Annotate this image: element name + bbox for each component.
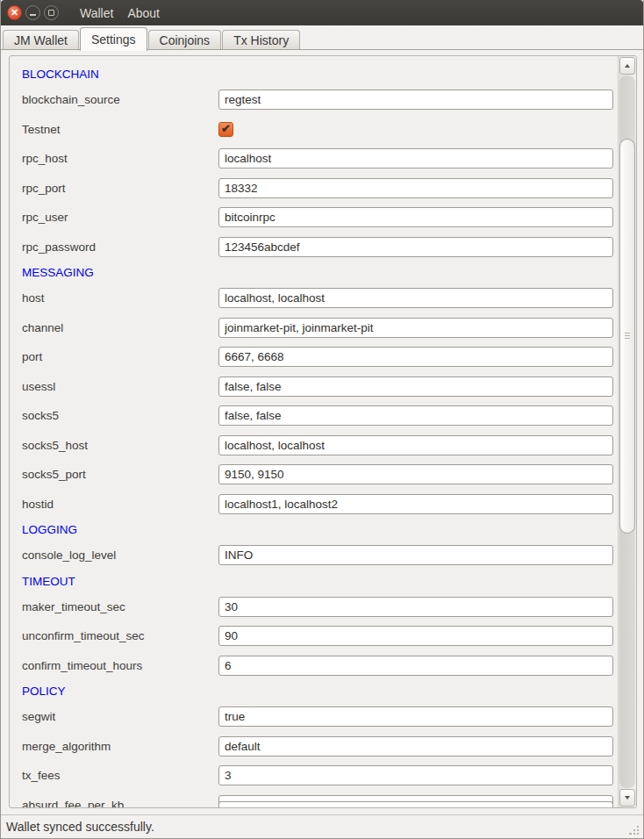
- settings-form: BLOCKCHAINblockchain_sourceTestnet✔rpc_h…: [10, 56, 618, 807]
- tab-settings[interactable]: Settings: [80, 27, 147, 51]
- field-label: socks5: [22, 409, 218, 422]
- field-row-socks5_host: socks5_host: [22, 431, 618, 461]
- settings-pane: BLOCKCHAINblockchain_sourceTestnet✔rpc_h…: [1, 50, 643, 814]
- scrollbar-thumb[interactable]: [619, 139, 635, 534]
- tx_fees-input[interactable]: [218, 765, 613, 785]
- field-label: unconfirm_timeout_sec: [22, 629, 218, 642]
- field-label: maker_timeout_sec: [22, 600, 218, 613]
- field-row-channel: channel: [22, 313, 618, 343]
- next-field-partial-input[interactable]: [218, 801, 613, 807]
- menu-about[interactable]: About: [120, 0, 167, 25]
- field-row-segwit: segwit: [22, 702, 618, 732]
- console_log_level-input[interactable]: [218, 545, 613, 565]
- field-label: absurd_fee_per_kb: [22, 799, 218, 807]
- confirm_timeout_hours-input[interactable]: [218, 656, 613, 676]
- scrollbar-track[interactable]: [619, 75, 635, 788]
- field-row-rpc_user: rpc_user: [22, 203, 618, 233]
- field-label: channel: [22, 321, 218, 334]
- titlebar: ✕ Wallet About: [1, 0, 643, 25]
- unconfirm_timeout_sec-input[interactable]: [218, 626, 613, 646]
- app-window: ✕ Wallet About JM Wallet Settings Coinjo…: [0, 0, 644, 839]
- field-label: usessl: [22, 380, 218, 393]
- field-row-rpc_password: rpc_password: [22, 233, 618, 262]
- field-row-blockchain_source: blockchain_source: [22, 85, 618, 115]
- field-row-tx_fees: tx_fees: [22, 761, 618, 791]
- status-bar: Wallet synced successfully.: [1, 814, 643, 838]
- close-icon: ✕: [11, 8, 18, 18]
- blockchain_source-input[interactable]: [218, 90, 613, 110]
- field-label: rpc_password: [22, 240, 218, 254]
- testnet-checkbox[interactable]: ✔: [218, 122, 233, 137]
- vertical-scrollbar: [618, 56, 636, 807]
- field-row-port: port: [22, 342, 618, 372]
- section-header-timeout: TIMEOUT: [22, 570, 618, 592]
- section-header-logging: LOGGING: [22, 519, 618, 541]
- minimize-button[interactable]: [25, 5, 40, 20]
- menu-wallet[interactable]: Wallet: [73, 0, 120, 25]
- rpc_host-input[interactable]: [218, 148, 613, 169]
- field-label: console_log_level: [22, 549, 218, 562]
- scroll-down-button[interactable]: [619, 789, 635, 807]
- field-label: socks5_port: [22, 468, 218, 481]
- field-label: confirm_timeout_hours: [22, 659, 218, 672]
- socks5-input[interactable]: [218, 405, 613, 426]
- field-label: tx_fees: [22, 769, 218, 782]
- field-row-unconfirm_timeout_sec: unconfirm_timeout_sec: [22, 621, 618, 651]
- field-row-socks5_port: socks5_port: [22, 460, 618, 490]
- field-label: rpc_port: [22, 182, 218, 195]
- maximize-icon: [48, 10, 54, 16]
- tab-bar: JM Wallet Settings Coinjoins Tx History: [1, 25, 643, 50]
- field-label: socks5_host: [22, 439, 218, 452]
- maker_timeout_sec-input[interactable]: [218, 597, 613, 617]
- section-header-policy: POLICY: [22, 680, 618, 702]
- field-row-host: host: [22, 283, 618, 313]
- field-row-testnet: Testnet✔: [22, 115, 618, 145]
- field-row-maker_timeout_sec: maker_timeout_sec: [22, 592, 618, 622]
- host-input[interactable]: [218, 288, 613, 308]
- field-row-console_log_level: console_log_level: [22, 541, 618, 570]
- status-message: Wallet synced successfully.: [1, 820, 154, 834]
- resize-grip[interactable]: [629, 824, 640, 835]
- field-row-hostid: hostid: [22, 490, 618, 520]
- maximize-button[interactable]: [44, 5, 59, 20]
- minimize-icon: [30, 14, 36, 16]
- socks5_port-input[interactable]: [218, 464, 613, 484]
- field-label: hostid: [22, 498, 218, 511]
- field-row-rpc_port: rpc_port: [22, 174, 618, 204]
- rpc_password-input[interactable]: [218, 237, 613, 257]
- close-button[interactable]: ✕: [7, 5, 22, 20]
- field-row-rpc_host: rpc_host: [22, 144, 618, 174]
- rpc_user-input[interactable]: [218, 207, 613, 227]
- usessl-input[interactable]: [218, 376, 613, 397]
- field-label: rpc_user: [22, 211, 218, 224]
- field-row-socks5: socks5: [22, 401, 618, 431]
- section-header-blockchain: BLOCKCHAIN: [22, 63, 618, 85]
- field-label: rpc_host: [22, 152, 218, 165]
- field-label: merge_algorithm: [22, 740, 218, 753]
- scroll-up-button[interactable]: [619, 57, 635, 75]
- tab-jm-wallet[interactable]: JM Wallet: [3, 30, 79, 50]
- arrow-up-icon: [625, 64, 630, 68]
- field-label: segwit: [22, 710, 218, 723]
- port-input[interactable]: [218, 347, 613, 367]
- rpc_port-input[interactable]: [218, 178, 613, 198]
- field-row-merge_algorithm: merge_algorithm: [22, 732, 618, 762]
- tab-coinjoins[interactable]: Coinjoins: [148, 30, 222, 50]
- tab-tx-history[interactable]: Tx History: [222, 30, 300, 50]
- arrow-down-icon: [625, 796, 630, 800]
- merge_algorithm-input[interactable]: [218, 736, 613, 757]
- segwit-input[interactable]: [218, 706, 613, 727]
- channel-input[interactable]: [218, 318, 613, 338]
- field-label: Testnet: [22, 123, 218, 136]
- hostid-input[interactable]: [218, 494, 613, 514]
- field-label: blockchain_source: [22, 93, 218, 106]
- socks5_host-input[interactable]: [218, 435, 613, 455]
- settings-scroll-area: BLOCKCHAINblockchain_sourceTestnet✔rpc_h…: [9, 55, 637, 808]
- section-header-messaging: MESSAGING: [22, 262, 618, 283]
- field-row-usessl: usessl: [22, 372, 618, 402]
- field-label: port: [22, 350, 218, 363]
- checkmark-icon: ✔: [221, 123, 231, 134]
- menubar: Wallet About: [73, 0, 167, 25]
- field-label: host: [22, 291, 218, 305]
- field-row-confirm_timeout_hours: confirm_timeout_hours: [22, 651, 618, 681]
